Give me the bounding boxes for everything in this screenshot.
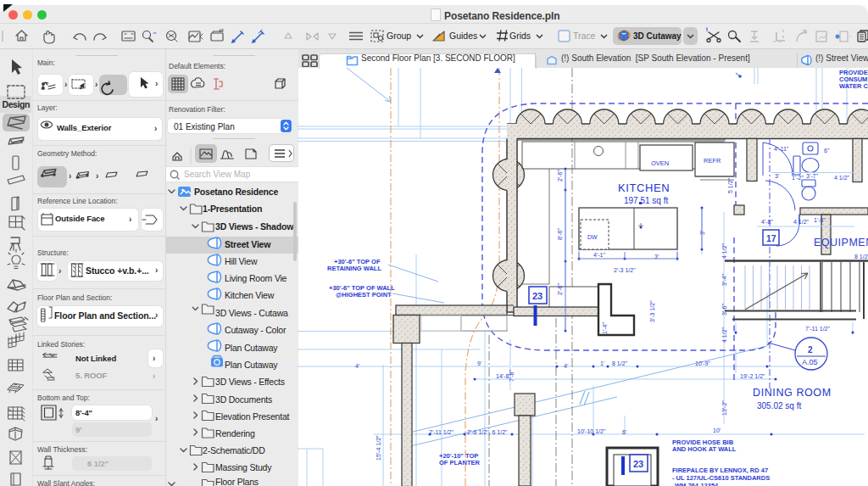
svg-text:WM 764-12354: WM 764-12354 [675,482,719,486]
svg-text:8'-6": 8'-6" [557,228,563,240]
svg-text:Guides: Guides [449,31,477,41]
svg-text:REFR: REFR [704,157,721,165]
svg-text:4 1/2": 4 1/2" [793,219,810,225]
svg-text:6': 6' [622,429,626,435]
svg-text:305.02 sq ft: 305.02 sq ft [757,401,801,411]
svg-text:4'-11": 4'-11" [774,146,789,152]
svg-text:13'-2": 13'-2" [721,400,727,416]
svg-text:4'-8": 4'-8" [761,219,773,225]
svg-text:8 1/2": 8 1/2" [854,254,868,260]
svg-text:197.51 sq ft: 197.51 sq ft [624,196,668,205]
svg-text:FIREPALCE BY LENNOX, RD 47: FIREPALCE BY LENNOX, RD 47 [672,466,768,474]
svg-text:DINING ROOM: DINING ROOM [753,387,832,399]
svg-text:3'-7": 3'-7" [806,173,818,179]
svg-text:- UL 127/UL-CS610 STANDARDS: - UL 127/UL-CS610 STANDARDS [672,474,770,482]
svg-text:4': 4' [355,363,359,369]
svg-text:1'-4": 1'-4" [602,322,608,334]
svg-text:5 1/2": 5 1/2" [727,177,733,193]
svg-text:1': 1' [600,360,604,366]
svg-text:2'-6 1/2", 6 1/2": 2'-6 1/2", 6 1/2" [467,429,508,435]
svg-text:3D Cutaway: 3D Cutaway [633,31,682,41]
svg-text:8 1/2": 8 1/2" [612,360,628,366]
svg-text:23: 23 [532,291,542,301]
svg-text:1'-6": 1'-6" [814,217,826,223]
svg-text:2'-3 1/2": 2'-3 1/2" [614,267,636,273]
svg-text:10'-10 1/2": 10'-10 1/2" [577,428,606,434]
svg-text:3'-3 1/2": 3'-3 1/2" [649,300,655,322]
svg-text:9': 9' [477,360,481,366]
svg-text:23: 23 [633,459,643,469]
svg-text:A1: A1 [219,28,224,33]
svg-text:EQUIPMEN: EQUIPMEN [814,237,868,249]
svg-text:RETAINING WALL: RETAINING WALL [327,265,381,272]
svg-text:KITCHEN: KITCHEN [618,182,670,194]
svg-text:3': 3' [699,231,705,235]
svg-text:Design: Design [3,99,31,109]
svg-text:A.05: A.05 [802,358,818,366]
svg-text:3'-4": 3'-4" [721,274,727,286]
svg-text:6": 6" [824,148,830,154]
svg-text:DW: DW [587,234,598,240]
svg-text:4 1/2": 4 1/2" [721,327,727,343]
svg-text:10': 10' [713,427,721,433]
svg-text:3': 3' [775,173,779,179]
svg-text:4 1/2": 4 1/2" [721,243,727,259]
svg-text:19'-2 1/2": 19'-2 1/2" [740,373,765,379]
svg-text:2'-6": 2'-6" [557,170,563,182]
svg-text:7'-11 1/2": 7'-11 1/2" [805,326,831,332]
svg-text:4'-1": 4'-1" [593,252,605,258]
svg-text:OF PLANTER: OF PLANTER [439,459,480,466]
svg-text:3'-6": 3'-6" [721,304,727,316]
svg-text:17: 17 [766,233,776,243]
svg-text:7'-8": 7'-8" [509,370,515,382]
svg-text:Trace: Trace [573,31,596,41]
svg-text:2'-11 1/2": 2'-11 1/2" [429,429,454,435]
svg-text:15'-4 1/2": 15'-4 1/2" [376,435,381,461]
svg-text:4 1/2": 4 1/2" [834,175,850,181]
svg-text:2: 2 [808,345,813,355]
svg-text:WATER C: WATER C [839,82,868,90]
svg-text:OVEN: OVEN [651,159,669,167]
svg-text:1'-2": 1'-2" [792,175,804,181]
svg-text:4': 4' [564,363,568,369]
svg-text:Group: Group [387,31,411,41]
svg-text:Grids: Grids [509,31,531,41]
svg-text:@HIGHEST POINT: @HIGHEST POINT [336,291,392,299]
svg-text:2'-6": 2'-6" [557,283,563,295]
svg-text:AND HOOK AT WALL: AND HOOK AT WALL [672,445,737,453]
svg-text:10'-9": 10'-9" [695,360,710,366]
